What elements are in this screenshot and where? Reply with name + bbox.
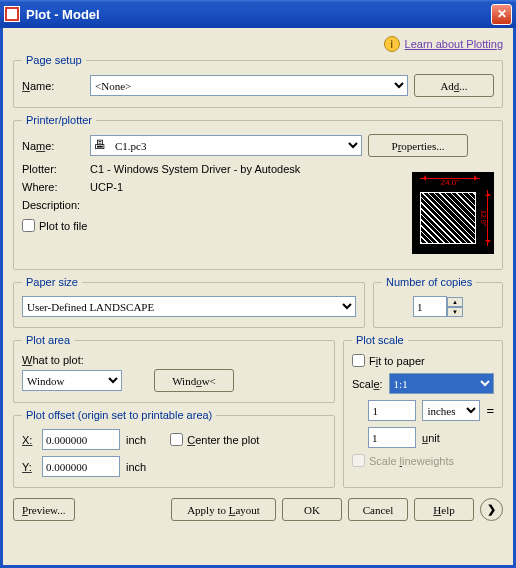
preview-button[interactable]: Preview... <box>13 498 75 521</box>
plot-offset-legend: Plot offset (origin set to printable are… <box>22 409 216 421</box>
page-setup-name-label: Name: <box>22 80 84 92</box>
copies-group: Number of copies ▲▼ <box>373 276 503 328</box>
window-pick-button[interactable]: Window< <box>154 369 234 392</box>
fit-to-paper-checkbox[interactable]: Fit to paper <box>352 354 425 367</box>
printer-name-label: Name: <box>22 140 84 152</box>
spinner-down-icon: ▼ <box>447 307 463 317</box>
y-unit: inch <box>126 461 146 473</box>
scale-unit-select[interactable]: inches <box>422 400 480 421</box>
drawing-unit-label: nit <box>428 432 440 444</box>
page-setup-legend: Page setup <box>22 54 86 66</box>
x-unit: inch <box>126 434 146 446</box>
printer-name-select[interactable]: C1.pc3 <box>90 135 362 156</box>
plot-area-legend: Plot area <box>22 334 74 346</box>
y-label: Y: <box>22 461 36 473</box>
description-label: Description: <box>22 199 84 211</box>
scale-lineweights-checkbox: Scale lineweights <box>352 454 454 467</box>
copies-spinner[interactable]: ▲▼ <box>413 296 463 317</box>
add-button[interactable]: Add... <box>414 74 494 97</box>
help-button[interactable]: Help <box>414 498 474 521</box>
apply-layout-button[interactable]: Apply to Layout <box>171 498 276 521</box>
center-plot-checkbox[interactable]: Center the plot <box>170 433 259 446</box>
ok-button[interactable]: OK <box>282 498 342 521</box>
where-label: Where: <box>22 181 84 193</box>
plot-area-group: Plot area What to plot: Window Window< <box>13 334 335 403</box>
window-title: Plot - Model <box>26 7 491 22</box>
x-input[interactable] <box>42 429 120 450</box>
titlebar: Plot - Model ✕ <box>0 0 516 28</box>
what-to-plot-select[interactable]: Window <box>22 370 122 391</box>
where-value: UCP-1 <box>90 181 123 193</box>
paper-size-legend: Paper size <box>22 276 82 288</box>
plot-to-file-checkbox[interactable]: Plot to file <box>22 219 87 232</box>
printer-legend: Printer/plotter <box>22 114 96 126</box>
paper-size-select[interactable]: User-Defined LANDSCAPE <box>22 296 356 317</box>
expand-button[interactable]: ❯ <box>480 498 503 521</box>
plotter-value: C1 - Windows System Driver - by Autodesk <box>90 163 300 175</box>
scale-label: Scale: <box>352 378 383 390</box>
info-icon: i <box>384 36 400 52</box>
paper-preview: 24.0'' 12.0'' <box>412 172 494 254</box>
page-setup-group: Page setup Name: <None> Add... <box>13 54 503 108</box>
app-icon <box>4 6 20 22</box>
plot-scale-legend: Plot scale <box>352 334 408 346</box>
cancel-button[interactable]: Cancel <box>348 498 408 521</box>
scale-unit-num-input[interactable] <box>368 427 416 448</box>
dialog-content: i Learn about Plotting Page setup Name: … <box>0 28 516 568</box>
paper-size-group: Paper size User-Defined LANDSCAPE <box>13 276 365 328</box>
printer-group: Printer/plotter Name: 🖶 C1.pc3 Propertie… <box>13 114 503 270</box>
page-setup-name-select[interactable]: <None> <box>90 75 408 96</box>
plot-scale-group: Plot scale Fit to paper Scale: 1:1 inche… <box>343 334 503 488</box>
plotter-label: Plotter: <box>22 163 84 175</box>
x-label: X: <box>22 434 36 446</box>
properties-button[interactable]: Properties... <box>368 134 468 157</box>
scale-num-input[interactable] <box>368 400 416 421</box>
equals-icon: = <box>486 403 494 418</box>
y-input[interactable] <box>42 456 120 477</box>
spinner-up-icon: ▲ <box>447 297 463 307</box>
learn-plotting-link[interactable]: Learn about Plotting <box>405 38 503 50</box>
plot-offset-group: Plot offset (origin set to printable are… <box>13 409 335 488</box>
close-button[interactable]: ✕ <box>491 4 512 25</box>
scale-select[interactable]: 1:1 <box>389 373 494 394</box>
copies-legend: Number of copies <box>382 276 476 288</box>
what-to-plot-label: hat to plot: <box>32 354 83 366</box>
